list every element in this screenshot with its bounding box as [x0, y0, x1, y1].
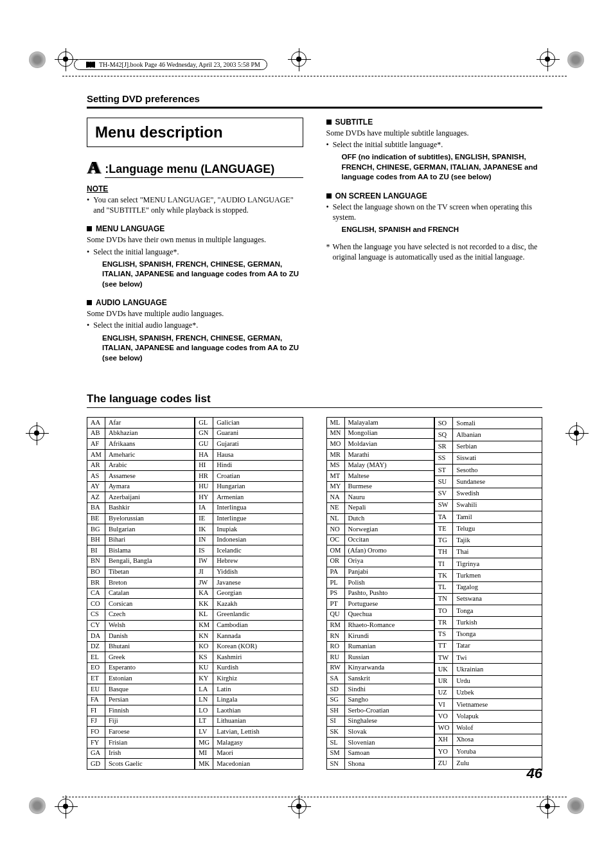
table-row: RURussian — [326, 652, 434, 663]
language-code: LN — [195, 695, 213, 705]
language-name: Azerbaijani — [105, 492, 195, 503]
language-code: XH — [434, 734, 453, 745]
language-name: Yiddish — [213, 567, 303, 578]
table-row: MSMalay (MAY) — [326, 460, 434, 471]
registration-target-icon — [58, 799, 73, 817]
table-row: SDSindhi — [326, 684, 434, 695]
language-name: Greenlandic — [213, 609, 303, 620]
table-row: SRSerbian — [434, 441, 542, 452]
language-name: Norwegian — [344, 524, 434, 535]
registration-target-icon — [569, 425, 584, 443]
language-code: AA — [87, 418, 105, 429]
language-name: Danish — [105, 631, 195, 642]
language-name: Gujarati — [213, 439, 303, 450]
note-list: You can select "MENU LANGUAGE", "AUDIO L… — [87, 195, 303, 215]
language-name: Persian — [105, 695, 195, 705]
table-row: BIBislama — [87, 545, 195, 556]
crop-mark-icon — [567, 51, 584, 71]
language-code: FJ — [87, 716, 105, 727]
language-code: UK — [434, 664, 453, 675]
menu-title-box: Menu description — [87, 118, 303, 147]
table-row: LTLithuanian — [195, 716, 303, 727]
language-name: Latvian, Lettish — [213, 727, 303, 738]
table-row: OCOccitan — [326, 535, 434, 545]
language-code: EL — [87, 652, 105, 663]
language-name: Volapuk — [453, 711, 542, 722]
table-row: VOVolapuk — [434, 711, 542, 722]
language-name: Portuguese — [344, 599, 434, 610]
language-name: Afar — [105, 418, 195, 429]
language-code: YO — [434, 746, 453, 757]
language-code: WO — [434, 722, 453, 734]
table-row: MGMalagasy — [195, 738, 303, 748]
language-code: NO — [326, 524, 344, 535]
table-row: COCorsican — [87, 599, 195, 610]
language-code: LO — [195, 705, 213, 716]
language-code: TG — [434, 535, 453, 546]
table-row: IWHebrew — [195, 556, 303, 567]
language-code: MK — [195, 759, 213, 770]
table-row: SSSiswati — [434, 452, 542, 464]
table-row: BOTibetan — [87, 567, 195, 578]
language-name: Moldavian — [344, 439, 434, 450]
table-row: ETEstonian — [87, 673, 195, 684]
language-code: SV — [434, 488, 453, 499]
language-name: Interlingue — [213, 513, 303, 524]
table-row: BHBihari — [87, 535, 195, 545]
language-name: Wolof — [453, 722, 542, 734]
language-name: Siswati — [453, 452, 542, 464]
language-code: KU — [195, 662, 213, 673]
language-code: IS — [195, 545, 213, 556]
language-name: Georgian — [213, 588, 303, 599]
language-name: Maori — [213, 748, 303, 759]
table-row: KMCambodian — [195, 620, 303, 631]
letter-a-icon: A — [87, 157, 100, 178]
language-name: Nauru — [344, 492, 434, 503]
table-row: KYKirghiz — [195, 673, 303, 684]
language-name: Bengali, Bangla — [105, 556, 195, 567]
table-row: TATamil — [434, 511, 542, 523]
square-bullet-icon — [87, 300, 92, 305]
language-code: CO — [87, 599, 105, 610]
table-row: RNKirundi — [326, 631, 434, 642]
language-code: IA — [195, 502, 213, 513]
language-code: FA — [87, 695, 105, 705]
language-code: SS — [434, 452, 453, 464]
table-row: ISIcelandic — [195, 545, 303, 556]
body-text: Select the initial audio language*. — [93, 320, 198, 330]
language-code: MR — [326, 450, 344, 461]
table-row: GNGuarani — [195, 428, 303, 439]
language-name: Korean (KOR) — [213, 641, 303, 652]
language-code: SH — [326, 705, 344, 716]
language-name: Frisian — [105, 738, 195, 748]
table-row: KLGreenlandic — [195, 609, 303, 620]
table-row: SMSamoan — [326, 748, 434, 759]
table-row: THThai — [434, 546, 542, 558]
language-code: MN — [326, 428, 344, 439]
options-text: ENGLISH, SPANISH, FRENCH, CHINESE, GERMA… — [102, 333, 303, 364]
language-code: VI — [434, 699, 453, 711]
language-code: LV — [195, 727, 213, 738]
language-code: MI — [195, 748, 213, 759]
options-text: ENGLISH, SPANISH, FRENCH, CHINESE, GERMA… — [102, 260, 303, 290]
language-name: Kirundi — [344, 631, 434, 642]
language-codes-table: AAAfarABAbkhazianAFAfrikaansAMAmeharicAR… — [87, 417, 195, 770]
registration-target-icon — [291, 799, 306, 817]
language-name: Cambodian — [213, 620, 303, 631]
language-name: Twi — [453, 652, 542, 664]
language-name: Inupiak — [213, 524, 303, 535]
language-code: NL — [326, 513, 344, 524]
page-number: 46 — [527, 765, 542, 782]
registration-target-icon — [540, 51, 555, 69]
table-row: MYBurmese — [326, 481, 434, 492]
language-code: HI — [195, 460, 213, 471]
language-code: KY — [195, 673, 213, 684]
language-name: Uzbek — [453, 687, 542, 698]
language-code: ET — [87, 673, 105, 684]
language-name: Slovak — [344, 727, 434, 738]
language-code: BG — [87, 524, 105, 535]
language-code: KA — [195, 588, 213, 599]
registration-target-icon — [291, 51, 306, 69]
language-name: Breton — [105, 578, 195, 589]
language-code: IE — [195, 513, 213, 524]
